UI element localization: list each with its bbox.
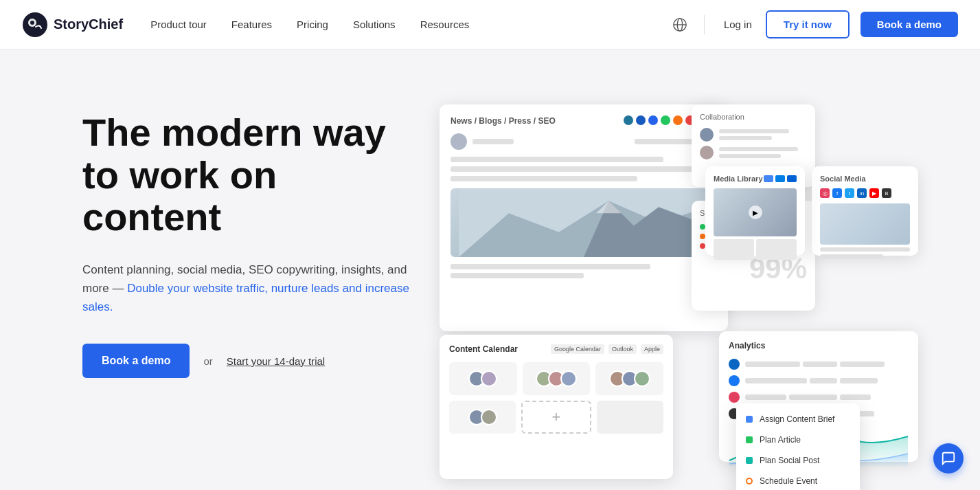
calendar-row-2: + bbox=[449, 401, 663, 434]
avatar-8 bbox=[634, 370, 650, 387]
analytics-row-linkedin bbox=[729, 359, 909, 370]
platform-icon-2 bbox=[661, 115, 670, 125]
outlook-badge: Outlook bbox=[608, 344, 637, 354]
context-article-icon bbox=[746, 436, 753, 443]
context-item-article[interactable]: Plan Article bbox=[736, 430, 860, 450]
add-event-icon[interactable]: + bbox=[552, 408, 561, 426]
collab-row-2 bbox=[700, 146, 807, 159]
seo-dot-orange bbox=[700, 234, 705, 239]
social-line-2 bbox=[820, 254, 883, 258]
nav-features[interactable]: Features bbox=[231, 19, 272, 30]
content-calendar-card: Content Calendar Google Calendar Outlook… bbox=[440, 335, 673, 479]
avatars-group-2 bbox=[536, 370, 577, 387]
nav-divider bbox=[704, 15, 705, 34]
linkedin-icon: in bbox=[857, 188, 867, 198]
brand-logo[interactable]: StoryChief bbox=[22, 12, 123, 38]
analytics-instagram-icon bbox=[729, 392, 740, 403]
nav-pricing[interactable]: Pricing bbox=[297, 19, 328, 30]
hero-left: The modern way to work on content Conten… bbox=[82, 91, 412, 378]
try-now-button[interactable]: Try it now bbox=[766, 10, 850, 38]
nav-resources[interactable]: Resources bbox=[420, 19, 470, 30]
calendar-integrations: Google Calendar Outlook Apple bbox=[551, 344, 663, 354]
media-title-text: Media Library bbox=[714, 175, 763, 183]
context-menu: Assign Content Brief Plan Article Plan S… bbox=[736, 403, 860, 490]
bar-1c bbox=[840, 361, 885, 367]
editor-image bbox=[451, 188, 717, 257]
nav-solutions[interactable]: Solutions bbox=[353, 19, 396, 30]
collab-line-1 bbox=[719, 129, 789, 133]
media-cloud-icons bbox=[764, 175, 797, 182]
editor-header: News / Blogs / Press / SEO + bbox=[451, 115, 717, 126]
seo-dot-red bbox=[700, 243, 705, 249]
analytics-bars-2 bbox=[745, 378, 909, 383]
hero-desc-link[interactable]: Double your website traffic, nurture lea… bbox=[82, 282, 409, 313]
calendar-row-1 bbox=[449, 362, 663, 395]
calendar-cell-2 bbox=[523, 362, 591, 395]
book-demo-nav-button[interactable]: Book a demo bbox=[861, 12, 958, 37]
youtube-icon: ▶ bbox=[869, 188, 879, 198]
context-item-brief[interactable]: Assign Content Brief bbox=[736, 409, 860, 430]
context-item-schedule[interactable]: Schedule Event bbox=[736, 471, 860, 490]
media-grid bbox=[714, 239, 797, 260]
media-thumbnail: ▶ bbox=[714, 188, 797, 236]
avatar-5 bbox=[560, 370, 577, 387]
avatars-group-1 bbox=[468, 370, 497, 387]
calendar-cell-5 bbox=[597, 401, 663, 434]
editor-header-text: News / Blogs / Press / SEO bbox=[451, 116, 556, 126]
context-social-icon bbox=[746, 457, 753, 464]
login-button[interactable]: Log in bbox=[721, 13, 755, 36]
chat-icon bbox=[941, 451, 956, 466]
nav-actions: Log in Try it now Book a demo bbox=[672, 10, 958, 38]
nav-product-tour[interactable]: Product tour bbox=[150, 19, 207, 30]
context-item-social[interactable]: Plan Social Post bbox=[736, 450, 860, 471]
calendar-cell-1 bbox=[449, 362, 517, 395]
bar-3b bbox=[789, 394, 837, 400]
collab-line-2 bbox=[719, 136, 772, 140]
collab-avatar-2 bbox=[700, 146, 714, 159]
hero-mockups: News / Blogs / Press / SEO + bbox=[440, 91, 925, 489]
content-line-1 bbox=[451, 157, 663, 162]
context-label-article: Plan Article bbox=[760, 435, 801, 445]
bar-2c bbox=[840, 378, 878, 383]
content-line-2 bbox=[451, 166, 704, 172]
context-doc-icon bbox=[746, 416, 753, 423]
twitter-icon: t bbox=[845, 188, 854, 198]
author-avatar bbox=[451, 133, 467, 150]
media-grid-item-2 bbox=[756, 239, 797, 260]
nav-links: Product tour Features Pricing Solutions … bbox=[150, 19, 672, 30]
hero-description: Content planning, social media, SEO copy… bbox=[82, 260, 412, 317]
bar-2a bbox=[745, 378, 807, 383]
bar-1b bbox=[803, 361, 837, 367]
social-line-1 bbox=[820, 247, 910, 252]
calendar-header: Content Calendar Google Calendar Outlook… bbox=[449, 344, 663, 354]
hero-section: The modern way to work on content Conten… bbox=[0, 49, 980, 490]
instagram-icon: ◎ bbox=[820, 188, 830, 198]
hero-or-text: or bbox=[203, 355, 212, 367]
social-lines bbox=[820, 247, 910, 258]
play-button[interactable]: ▶ bbox=[749, 205, 762, 219]
bar-1a bbox=[745, 361, 800, 367]
calendar-cell-4 bbox=[449, 401, 516, 434]
google-drive-icon bbox=[764, 175, 773, 182]
box-icon bbox=[787, 175, 797, 182]
hero-cta: Book a demo or Start your 14-day trial bbox=[82, 344, 412, 378]
avatars-group-4 bbox=[468, 409, 497, 425]
book-demo-hero-button[interactable]: Book a demo bbox=[82, 344, 190, 378]
media-title: Media Library bbox=[714, 175, 797, 183]
context-bell-icon bbox=[746, 478, 753, 485]
chat-bubble[interactable] bbox=[933, 443, 964, 474]
dropbox-icon bbox=[775, 175, 785, 182]
analytics-bars-1 bbox=[745, 361, 909, 367]
editor-bottom-lines bbox=[451, 264, 717, 278]
other-platform-icon: B bbox=[882, 188, 891, 198]
bar-3a bbox=[745, 394, 786, 400]
start-trial-button[interactable]: Start your 14-day trial bbox=[227, 355, 325, 367]
collab-avatar-1 bbox=[700, 128, 714, 142]
editor-content-lines bbox=[451, 157, 717, 181]
platform-icon-1 bbox=[648, 115, 658, 125]
editor-author-row bbox=[451, 133, 717, 150]
word-icon bbox=[636, 115, 646, 125]
avatar-2 bbox=[481, 370, 497, 387]
avatar-10 bbox=[481, 409, 497, 425]
globe-icon[interactable] bbox=[672, 17, 687, 32]
